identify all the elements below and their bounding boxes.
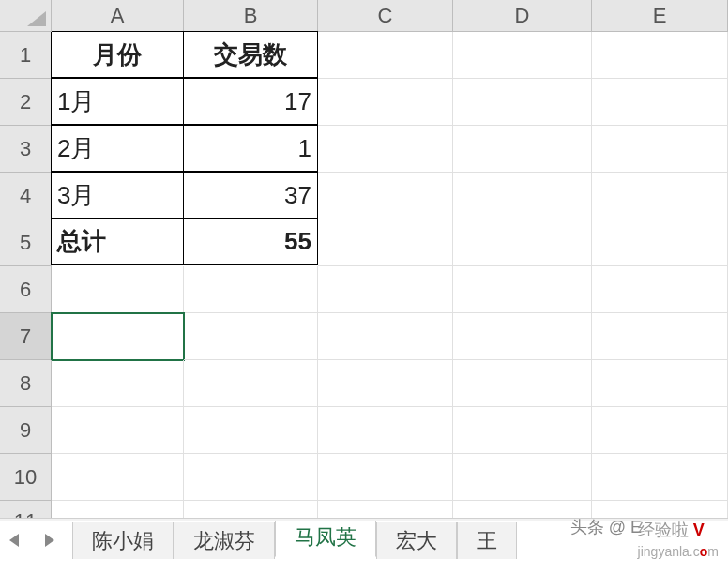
watermark-overlay: 经验啦 V jingyanla.com [638,519,719,561]
row-header-9[interactable]: 9 [0,407,52,454]
cell-C5[interactable] [318,219,453,266]
row-header-10[interactable]: 10 [0,454,52,501]
cell-C6[interactable] [318,266,453,313]
cell-C3[interactable] [318,126,453,173]
col-header-E[interactable]: E [592,0,728,32]
cell-B3[interactable]: 1 [183,125,318,172]
col-header-D[interactable]: D [453,0,592,32]
cell-E7[interactable] [592,313,728,360]
cell-D4[interactable] [453,173,592,219]
cell-C8[interactable] [318,360,453,407]
cell-B9[interactable] [184,407,318,454]
tab-nav-arrows [0,521,54,559]
credit-overlay: 头条 @ E [570,516,642,538]
cell-D3[interactable] [453,126,592,173]
cell-C2[interactable] [318,79,453,126]
cell-B2[interactable]: 17 [183,78,318,125]
cell-C1[interactable] [318,32,453,79]
cell-E2[interactable] [592,79,728,126]
row-header-6[interactable]: 6 [0,266,52,313]
watermark-domain-1: jingyanla.c [638,544,700,559]
sheet-tab-5[interactable]: 王 [457,522,517,559]
cell-C4[interactable] [318,173,453,219]
row-header-5[interactable]: 5 [0,219,52,266]
cell-E3[interactable] [592,126,728,173]
row-header-3[interactable]: 3 [0,126,52,173]
cell-D10[interactable] [453,454,592,501]
cell-D5[interactable] [453,219,592,266]
col-header-C[interactable]: C [318,0,453,32]
cell-A2[interactable]: 1月 [51,78,184,125]
watermark-domain-2: m [707,544,719,559]
cell-C7[interactable] [318,313,453,360]
cell-D9[interactable] [453,407,592,454]
cell-D6[interactable] [453,266,592,313]
cell-E4[interactable] [592,173,728,219]
col-header-A[interactable]: A [52,0,184,32]
cell-B10[interactable] [184,454,318,501]
cell-A10[interactable] [52,454,184,501]
cell-E9[interactable] [592,407,728,454]
cell-C10[interactable] [318,454,453,501]
cell-A5[interactable]: 总计 [51,219,184,265]
cell-D8[interactable] [453,360,592,407]
cell-D1[interactable] [453,32,592,79]
cell-A7[interactable] [52,313,184,360]
cell-A8[interactable] [52,360,184,407]
cell-E1[interactable] [592,32,728,79]
cell-D2[interactable] [453,79,592,126]
tab-scroll-right-icon[interactable] [45,534,54,547]
cell-E6[interactable] [592,266,728,313]
watermark-text: 经验啦 [638,521,689,539]
cell-B1[interactable]: 交易数 [183,31,318,78]
cell-D7[interactable] [453,313,592,360]
watermark-v-icon: V [693,521,705,539]
cell-A4[interactable]: 3月 [51,172,184,219]
cell-E10[interactable] [592,454,728,501]
cell-B7[interactable] [184,313,318,360]
sheet-tab-2[interactable]: 龙淑芬 [174,522,275,559]
cell-B8[interactable] [184,360,318,407]
row-header-7[interactable]: 7 [0,313,52,360]
cell-A9[interactable] [52,407,184,454]
cell-B4[interactable]: 37 [183,172,318,219]
sheet-tab-4[interactable]: 宏大 [376,522,457,559]
spreadsheet-grid: A B C D E 1 月份 交易数 2 1月 17 3 2月 1 4 3月 3… [0,0,728,535]
tab-nav-separator [68,535,68,559]
sheet-tab-3[interactable]: 马凤英 [275,521,376,557]
cell-A3[interactable]: 2月 [51,125,184,172]
row-header-1[interactable]: 1 [0,32,52,79]
row-header-8[interactable]: 8 [0,360,52,407]
cell-A6[interactable] [52,266,184,313]
sheet-tab-1[interactable]: 陈小娟 [72,522,174,559]
select-all-corner[interactable] [0,0,52,32]
cell-B5[interactable]: 55 [183,219,318,265]
col-header-B[interactable]: B [184,0,318,32]
tab-scroll-left-icon[interactable] [9,534,19,547]
row-header-2[interactable]: 2 [0,79,52,126]
row-header-4[interactable]: 4 [0,173,52,219]
cell-B6[interactable] [184,266,318,313]
cell-E8[interactable] [592,360,728,407]
cell-A1[interactable]: 月份 [51,31,184,78]
cell-E5[interactable] [592,219,728,266]
cell-C9[interactable] [318,407,453,454]
